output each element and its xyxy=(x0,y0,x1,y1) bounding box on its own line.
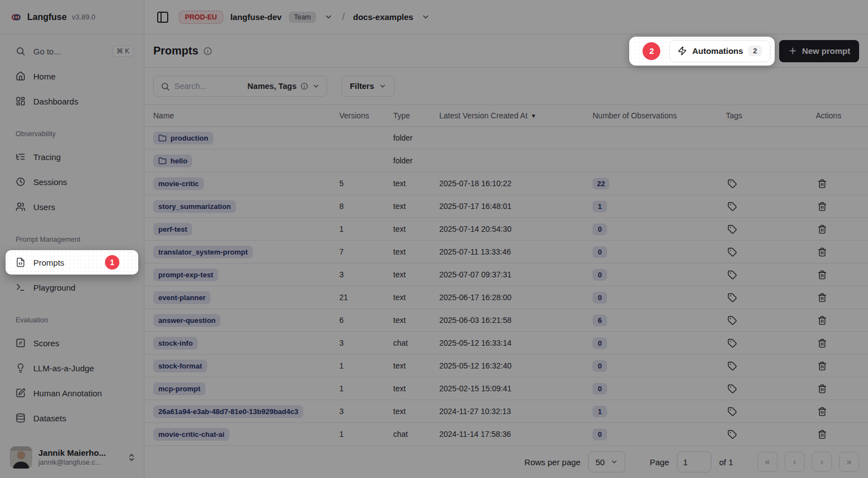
zap-icon xyxy=(678,46,687,56)
automations-label: Automations xyxy=(692,46,743,56)
app-window: Langfuse v3.89.0 Go to... ⌘ K Home Dashb… xyxy=(0,0,868,478)
annotation-badge-1: 1 xyxy=(105,255,119,270)
automations-spotlight: 2 Automations 2 xyxy=(629,37,775,66)
dim-overlay xyxy=(0,0,868,478)
automations-button[interactable]: Automations 2 xyxy=(669,40,770,62)
annotation-badge-2: 2 xyxy=(643,42,660,60)
file-code-icon xyxy=(16,257,26,267)
automations-count-badge: 2 xyxy=(748,46,762,56)
sidebar-item-prompts[interactable]: Prompts 1 xyxy=(6,250,138,275)
sidebar-item-label: Prompts xyxy=(33,258,64,267)
